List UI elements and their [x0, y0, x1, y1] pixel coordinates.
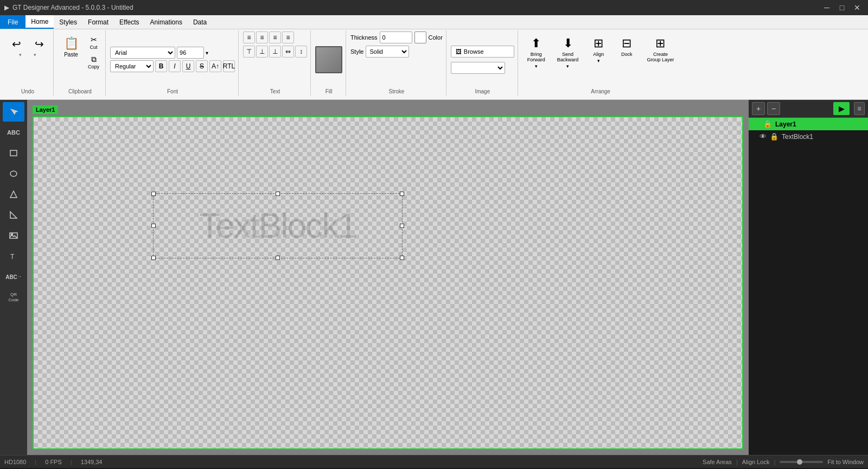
text-tool-button[interactable]: T: [3, 246, 24, 266]
fill-color-box[interactable]: [315, 46, 342, 73]
menu-animations[interactable]: Animations: [145, 15, 188, 29]
thickness-input[interactable]: [380, 31, 412, 43]
handle-bm[interactable]: [276, 256, 280, 260]
stroke-group: Thickness Color Style Solid Dashed Dotte…: [347, 30, 446, 96]
valign-bot-button[interactable]: ⊥: [269, 46, 281, 58]
layer-label: Layer1: [33, 105, 58, 114]
zoom-slider[interactable]: [780, 461, 823, 463]
align-arrow: ▾: [597, 58, 600, 64]
handle-bl[interactable]: [151, 256, 156, 260]
size-mode-select[interactable]: [451, 62, 505, 74]
underline-button[interactable]: U: [182, 60, 194, 72]
menu-styles[interactable]: Styles: [54, 15, 82, 29]
font-style-select[interactable]: Regular: [110, 60, 154, 72]
fit-to-window-label[interactable]: Fit to Window: [827, 459, 864, 465]
bring-forward-button[interactable]: ⬆ BringForward ▾: [522, 34, 550, 72]
checkerboard: TextBlock1: [34, 117, 742, 448]
line-spacing-button[interactable]: ↕: [295, 46, 307, 58]
align-button[interactable]: ⊞ Align ▾: [585, 34, 611, 66]
maximize-button[interactable]: □: [835, 2, 848, 13]
paste-button[interactable]: 📋 Paste: [58, 34, 84, 60]
canvas-inner: TextBlock1: [33, 116, 743, 449]
align-left-button[interactable]: ≡: [243, 31, 255, 43]
text-group: ≡ ≡ ≡ ≡ ⊤ ⊥ ⊥ ⇔ ↕ Text: [240, 30, 311, 96]
cut-button[interactable]: ✂ Cut: [85, 34, 102, 52]
valign-top-button[interactable]: ⊤: [243, 46, 255, 58]
text-block-content: TextBlock1: [154, 194, 402, 258]
ellipse-tool-button[interactable]: [3, 164, 24, 183]
add-layer-button[interactable]: +: [752, 102, 765, 115]
textblock1-row[interactable]: 👁 🔒 TextBlock1: [749, 130, 868, 143]
send-backward-icon: ⬇: [563, 36, 573, 50]
right-triangle-tool-button[interactable]: [3, 205, 24, 225]
close-button[interactable]: ✕: [851, 2, 864, 13]
image-tool-button[interactable]: [3, 226, 24, 245]
remove-layer-button[interactable]: −: [767, 102, 780, 115]
font-size-input[interactable]: [177, 47, 204, 59]
coords-label: 1349,34: [81, 459, 103, 465]
italic-button[interactable]: I: [169, 60, 181, 72]
triangle-tool-button[interactable]: [3, 185, 24, 204]
redo-button[interactable]: ↪: [28, 36, 50, 52]
safe-areas-label[interactable]: Safe Areas: [703, 459, 732, 465]
menu-format[interactable]: Format: [82, 15, 114, 29]
text-block-selected[interactable]: TextBlock1: [153, 193, 403, 258]
rtl-button[interactable]: RTL: [223, 60, 235, 72]
stroke-style-select[interactable]: Solid Dashed Dotted: [366, 46, 409, 58]
font-name-select[interactable]: Arial: [110, 47, 175, 59]
fill-group: Fill: [312, 30, 346, 96]
qrcode-tool-button[interactable]: QRCode: [3, 288, 24, 307]
align-center-button[interactable]: ≡: [256, 31, 268, 43]
browse-button[interactable]: 🖼 Browse: [451, 46, 514, 58]
panel-menu-button[interactable]: ≡: [854, 102, 865, 115]
menu-data[interactable]: Data: [188, 15, 212, 29]
dock-button[interactable]: ⊟ Dock: [614, 34, 640, 60]
undo-button[interactable]: ↩: [5, 36, 27, 52]
right-panel-header: + − ▶ ≡: [749, 100, 868, 118]
file-menu[interactable]: File: [0, 15, 25, 29]
menu-home[interactable]: Home: [25, 15, 54, 29]
redo-icon: ↪: [35, 39, 44, 49]
text-abc2-tool-button[interactable]: ABC→: [3, 267, 24, 287]
titlebar-left: ▶ GT Designer Advanced - 5.0.0.3 - Untit…: [4, 4, 133, 11]
canvas-area[interactable]: Layer1 TextBlock1: [27, 100, 749, 455]
menu-effects[interactable]: Effects: [114, 15, 144, 29]
handle-tl[interactable]: [151, 192, 156, 196]
handle-ml[interactable]: [151, 224, 156, 228]
handle-tm[interactable]: [276, 192, 280, 196]
fill-group-label: Fill: [315, 87, 342, 94]
handle-tr[interactable]: [400, 192, 404, 196]
textblock1-eye-icon[interactable]: 👁: [760, 132, 767, 141]
align-right-button[interactable]: ≡: [269, 31, 281, 43]
undo-group: ↩ ↪ ▾ ▾ Undo: [2, 30, 54, 96]
layer1-lock-icon[interactable]: 🔒: [763, 120, 772, 128]
send-backward-button[interactable]: ⬇ SendBackward ▾: [552, 34, 584, 72]
bold-button[interactable]: B: [155, 60, 167, 72]
handle-mr[interactable]: [400, 224, 404, 228]
play-button[interactable]: ▶: [833, 102, 850, 115]
text-dir-button[interactable]: ⇔: [282, 46, 294, 58]
align-lock-label[interactable]: Align Lock: [742, 459, 770, 465]
copy-button[interactable]: ⧉ Copy: [85, 53, 102, 72]
minimize-button[interactable]: ─: [820, 2, 833, 13]
bring-forward-icon: ⬆: [531, 36, 541, 50]
dock-label: Dock: [621, 52, 633, 57]
create-group-button[interactable]: ⊞ CreateGroup Layer: [642, 34, 679, 65]
clipboard-group-label: Clipboard: [58, 87, 102, 94]
align-label: Align: [593, 52, 604, 57]
stroke-color-box[interactable]: [414, 31, 426, 43]
layer1-eye-icon[interactable]: 👁: [753, 120, 760, 128]
strikethrough-button[interactable]: S: [196, 60, 208, 72]
superscript-button[interactable]: A↑: [209, 60, 221, 72]
align-justify-button[interactable]: ≡: [282, 31, 294, 43]
handle-br[interactable]: [400, 256, 404, 260]
select-tool-button[interactable]: [3, 102, 24, 122]
valign-mid-button[interactable]: ⊥: [256, 46, 268, 58]
text-abc-tool-button[interactable]: ABC: [3, 123, 24, 142]
stroke-group-label: Stroke: [350, 87, 443, 94]
textblock1-lock-icon[interactable]: 🔒: [770, 132, 778, 141]
svg-point-1: [10, 171, 17, 176]
browse-label: Browse: [464, 48, 484, 55]
rectangle-tool-button[interactable]: [3, 143, 24, 163]
layer1-row[interactable]: 👁 🔒 Layer1: [749, 118, 868, 130]
